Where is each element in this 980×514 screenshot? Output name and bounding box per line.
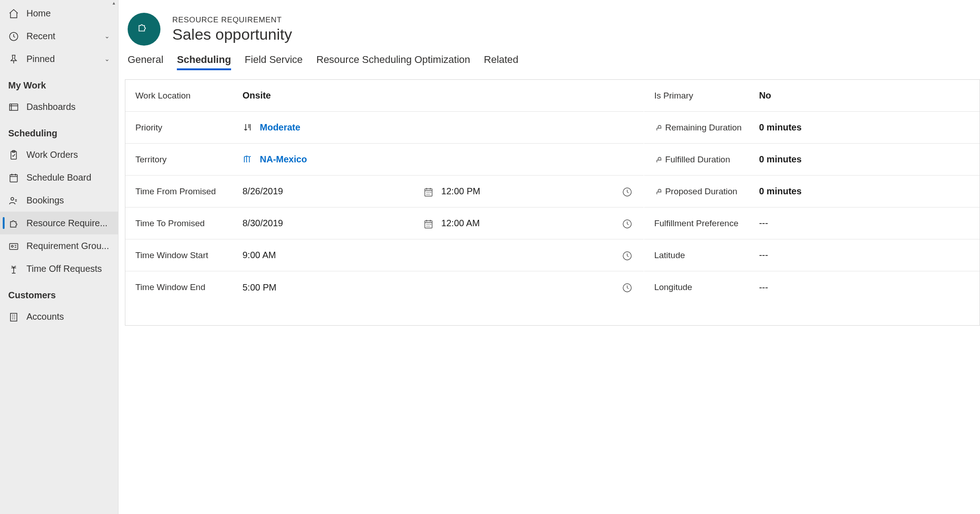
time-value[interactable]: 12:00 PM bbox=[441, 186, 480, 197]
field-label: Time Window End bbox=[135, 282, 242, 292]
field-label: Time To Promised bbox=[135, 218, 242, 228]
nav-pinned[interactable]: Pinned ⌄ bbox=[0, 47, 118, 70]
time-picker-icon[interactable] bbox=[620, 185, 634, 198]
puzzle-icon bbox=[137, 22, 151, 36]
field-label: Latitude bbox=[654, 250, 759, 260]
sidebar: ▴ Home Recent ⌄ Pinned ⌄ My Work Dashboa… bbox=[0, 0, 119, 514]
chevron-down-icon: ⌄ bbox=[104, 32, 110, 40]
field-label: Is Primary bbox=[654, 91, 759, 101]
date-value[interactable]: 8/30/2019 bbox=[242, 218, 283, 228]
form-column-left: Work Location Onsite Priority Moderate T… bbox=[125, 80, 644, 325]
pin-icon bbox=[8, 54, 18, 64]
nav-label: Work Orders bbox=[26, 150, 110, 160]
dashboard-icon bbox=[8, 102, 18, 112]
nav-home[interactable]: Home bbox=[0, 2, 118, 25]
time-value[interactable]: 9:00 AM bbox=[242, 250, 276, 260]
tab-related[interactable]: Related bbox=[484, 54, 519, 70]
lock-icon bbox=[654, 123, 661, 133]
tab-rso[interactable]: Resource Scheduling Optimization bbox=[316, 54, 470, 70]
field-time-window-end[interactable]: Time Window End 5:00 PM bbox=[125, 271, 644, 303]
field-value: Onsite bbox=[242, 90, 634, 101]
time-picker-icon[interactable] bbox=[620, 217, 634, 230]
nav-label: Dashboards bbox=[26, 102, 110, 112]
nav-resource-requirements[interactable]: Resource Require... bbox=[0, 212, 118, 234]
field-latitude[interactable]: Latitude --- bbox=[644, 239, 980, 271]
nav-recent[interactable]: Recent ⌄ bbox=[0, 25, 118, 47]
field-time-from-promised[interactable]: Time From Promised 8/26/2019 12:00 PM bbox=[125, 176, 644, 208]
clock-icon bbox=[8, 31, 18, 41]
nav-label: Time Off Requests bbox=[26, 264, 110, 274]
time-picker-icon[interactable] bbox=[620, 280, 634, 294]
chevron-down-icon: ⌄ bbox=[104, 55, 110, 62]
field-label: Longitude bbox=[654, 282, 759, 292]
field-longitude[interactable]: Longitude --- bbox=[644, 271, 980, 303]
nav-work-orders[interactable]: Work Orders bbox=[0, 143, 118, 166]
nav-label: Recent bbox=[26, 31, 104, 42]
field-label-text: Fulfilled Duration bbox=[665, 155, 730, 165]
tab-scheduling[interactable]: Scheduling bbox=[177, 54, 231, 70]
priority-link[interactable]: Moderate bbox=[260, 122, 300, 133]
record-header: RESOURCE REQUIREMENT Sales opportunity bbox=[119, 0, 980, 54]
lock-icon bbox=[654, 187, 661, 197]
field-label-text: Remaining Duration bbox=[665, 123, 742, 133]
idcard-icon bbox=[8, 241, 18, 251]
field-label: Territory bbox=[135, 155, 242, 165]
nav-requirement-groups[interactable]: Requirement Grou... bbox=[0, 234, 118, 257]
field-value: Moderate bbox=[242, 122, 634, 133]
field-time-to-promised[interactable]: Time To Promised 8/30/2019 12:00 AM bbox=[125, 208, 644, 239]
field-fulfilled-duration: Fulfilled Duration 0 minutes bbox=[644, 144, 980, 176]
tab-general[interactable]: General bbox=[128, 54, 163, 70]
field-label-text: Proposed Duration bbox=[665, 187, 737, 197]
territory-link[interactable]: NA-Mexico bbox=[260, 154, 307, 165]
tab-field-service[interactable]: Field Service bbox=[245, 54, 303, 70]
form-column-right: Is Primary No Remaining Duration 0 minut… bbox=[644, 80, 980, 325]
field-value: 0 minutes bbox=[759, 186, 970, 197]
field-value: 5:00 PM bbox=[242, 280, 634, 294]
nav-label: Bookings bbox=[26, 195, 110, 206]
field-label: Time From Promised bbox=[135, 187, 242, 197]
home-icon bbox=[8, 8, 18, 18]
time-value[interactable]: 5:00 PM bbox=[242, 282, 276, 293]
field-value: 9:00 AM bbox=[242, 249, 634, 262]
field-territory[interactable]: Territory NA-Mexico bbox=[125, 144, 644, 176]
nav-bookings[interactable]: Bookings bbox=[0, 189, 118, 212]
nav-accounts[interactable]: Accounts bbox=[0, 305, 118, 328]
time-picker-icon[interactable] bbox=[620, 249, 634, 262]
calendar-picker-icon[interactable] bbox=[421, 185, 435, 198]
section-scheduling: Scheduling bbox=[0, 118, 118, 143]
main-content: RESOURCE REQUIREMENT Sales opportunity G… bbox=[119, 0, 980, 514]
field-value: NA-Mexico bbox=[242, 154, 634, 165]
nav-schedule-board[interactable]: Schedule Board bbox=[0, 166, 118, 189]
field-label: Remaining Duration bbox=[654, 123, 759, 133]
form-area: Work Location Onsite Priority Moderate T… bbox=[125, 79, 980, 326]
field-value: No bbox=[759, 90, 970, 101]
field-value: --- bbox=[759, 218, 970, 228]
calendar-picker-icon[interactable] bbox=[421, 217, 435, 230]
section-my-work: My Work bbox=[0, 70, 118, 95]
field-time-window-start[interactable]: Time Window Start 9:00 AM bbox=[125, 239, 644, 271]
nav-label: Resource Require... bbox=[26, 218, 110, 228]
nav-label: Schedule Board bbox=[26, 172, 110, 183]
date-value[interactable]: 8/26/2019 bbox=[242, 186, 283, 197]
time-value[interactable]: 12:00 AM bbox=[441, 218, 480, 228]
field-value: 0 minutes bbox=[759, 154, 970, 165]
section-customers: Customers bbox=[0, 280, 118, 305]
field-value: --- bbox=[759, 282, 970, 293]
tab-bar: General Scheduling Field Service Resourc… bbox=[119, 54, 980, 73]
clipboard-icon bbox=[8, 150, 18, 160]
field-value: 0 minutes bbox=[759, 122, 970, 133]
nav-label: Requirement Grou... bbox=[26, 241, 110, 251]
field-fulfillment-preference[interactable]: Fulfillment Preference --- bbox=[644, 208, 980, 239]
field-value: 8/26/2019 12:00 PM bbox=[242, 185, 634, 198]
record-entity-name: RESOURCE REQUIREMENT bbox=[172, 16, 292, 25]
field-is-primary[interactable]: Is Primary No bbox=[644, 80, 980, 112]
nav-time-off-requests[interactable]: Time Off Requests bbox=[0, 257, 118, 280]
field-priority[interactable]: Priority Moderate bbox=[125, 112, 644, 144]
priority-icon bbox=[242, 122, 251, 133]
record-title: Sales opportunity bbox=[172, 26, 292, 43]
field-work-location[interactable]: Work Location Onsite bbox=[125, 80, 644, 112]
field-label: Fulfillment Preference bbox=[654, 218, 759, 228]
field-label: Time Window Start bbox=[135, 250, 242, 260]
nav-dashboards[interactable]: Dashboards bbox=[0, 95, 118, 118]
nav-label: Accounts bbox=[26, 312, 110, 322]
